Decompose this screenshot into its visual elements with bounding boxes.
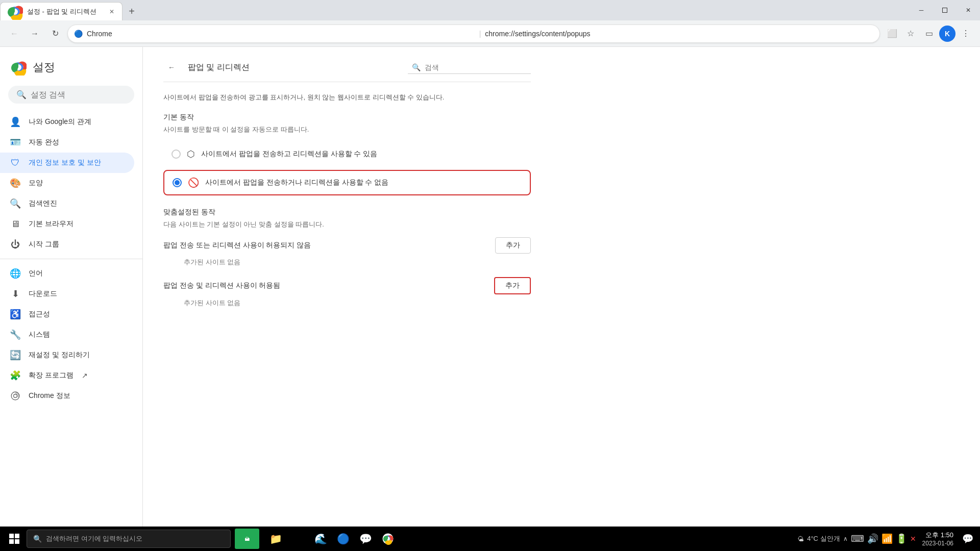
download-icon: ⬇ xyxy=(10,289,20,299)
taskbar-app-chrome[interactable] xyxy=(378,529,398,549)
sidebar-item-browser[interactable]: 🖥 기본 브라우저 xyxy=(0,214,134,234)
toolbar-actions: ⬜ ☆ ▭ K ⋮ xyxy=(884,26,974,42)
shield-icon: 🛡 xyxy=(10,158,20,168)
block-radio[interactable] xyxy=(173,178,182,187)
sidebar-item-download[interactable]: ⬇ 다운로드 xyxy=(0,284,134,304)
menu-button[interactable]: ⋮ xyxy=(958,26,974,42)
reload-button[interactable]: ↻ xyxy=(47,26,63,42)
sidebar-item-system[interactable]: 🔧 시스템 xyxy=(0,324,134,345)
start-button[interactable] xyxy=(4,529,24,549)
new-tab-button[interactable]: + xyxy=(122,2,141,20)
keyboard-icon: ⌨ xyxy=(851,533,864,544)
date-display: 2023-01-06 xyxy=(922,540,953,547)
notification-x-icon: ✕ xyxy=(910,535,916,543)
url-security-icon: 🔵 xyxy=(74,30,83,38)
sidebar-label-download: 다운로드 xyxy=(29,289,57,298)
taskbar-search[interactable]: 🔍 검색하려면 여기에 입력하십시오 xyxy=(27,530,231,548)
taskbar-app-edge-blue[interactable]: 🔵 xyxy=(333,529,353,549)
sidebar-item-startup[interactable]: ⏻ 시작 그룹 xyxy=(0,234,134,255)
block-label: 사이트에서 팝업을 전송하거나 리디렉션을 사용할 수 없음 xyxy=(205,178,388,187)
allow-radio[interactable] xyxy=(172,149,181,159)
forward-button[interactable]: → xyxy=(27,26,43,42)
popup-allow-option[interactable]: ⬡ 사이트에서 팝업을 전송하고 리디렉션을 사용할 수 있음 xyxy=(163,142,531,166)
sidebar-item-privacy[interactable]: 🛡 개인 정보 보호 및 보안 xyxy=(0,153,134,173)
allowed-add-button[interactable]: 추가 xyxy=(494,277,531,294)
tab-favicon xyxy=(7,4,23,20)
globe-icon: 🌐 xyxy=(10,268,20,279)
page-search-input[interactable] xyxy=(425,63,527,71)
sidebar-label-search: 검색엔진 xyxy=(29,199,57,208)
close-button[interactable]: ✕ xyxy=(957,0,980,20)
taskbar-search-text: 검색하려면 여기에 입력하십시오 xyxy=(46,534,142,543)
chrome-logo xyxy=(10,59,27,76)
settings-title: 설정 xyxy=(33,60,55,75)
popup-block-icon: 🚫 xyxy=(188,177,199,188)
speaker-icon: 🔊 xyxy=(867,533,878,544)
minimize-button[interactable]: ─ xyxy=(910,0,933,20)
taskbar-app-edge[interactable]: 🌊 xyxy=(310,529,331,549)
sidebar-item-extensions[interactable]: 🧩 확장 프로그램 ↗ xyxy=(0,365,134,386)
custom-section-title: 맞춤설정된 동작 xyxy=(163,208,531,217)
palette-icon: 🎨 xyxy=(10,178,20,188)
maximize-button[interactable] xyxy=(933,0,957,20)
active-tab[interactable]: 설정 - 팝업 및 리디렉션 ✕ xyxy=(0,2,122,20)
sidebar-item-about[interactable]: Chrome 정보 xyxy=(0,386,134,406)
sidebar-item-autofill[interactable]: 🪪 자동 완성 xyxy=(0,132,134,153)
tab-close-button[interactable]: ✕ xyxy=(108,8,116,16)
back-button[interactable]: ← xyxy=(163,59,180,76)
sidebar-header: 설정 xyxy=(0,55,142,86)
sidebar-item-accessibility[interactable]: ♿ 접근성 xyxy=(0,304,134,324)
not-allowed-header: 팝업 전송 또는 리디렉션 사용이 허용되지 않음 추가 xyxy=(163,237,531,254)
browser-frame: 설정 - 팝업 및 리디렉션 ✕ + ─ ✕ ← → ↻ 🔵 Chrome | … xyxy=(0,0,980,551)
url-protocol: Chrome xyxy=(87,30,475,38)
taskbar: 🔍 검색하려면 여기에 입력하십시오 🏔 📁 🛍 🌊 🔵 💬 xyxy=(0,527,980,551)
taskbar-app-store[interactable]: 🛍 xyxy=(288,529,308,549)
sidebar-item-language[interactable]: 🌐 언어 xyxy=(0,263,134,284)
not-allowed-add-button[interactable]: 추가 xyxy=(495,237,531,254)
profile-button[interactable]: K xyxy=(939,26,955,42)
settings-search-input[interactable] xyxy=(31,90,126,99)
not-allowed-empty: 추가된 사이트 없음 xyxy=(163,258,531,267)
bookmark-button[interactable]: ☆ xyxy=(902,26,919,42)
page-header: ← 팝업 및 리디렉션 🔍 xyxy=(163,59,531,82)
allowed-label: 팝업 전송 및 리디렉션 사용이 허용됨 xyxy=(163,281,280,290)
main-content: 설정 🔍 👤 나와 Google의 관계 🪪 자동 완성 🛡 개인 정보 xyxy=(0,47,980,527)
sidebar-item-reset[interactable]: 🔄 재설정 및 정리하기 xyxy=(0,345,134,365)
tab-title: 설정 - 팝업 및 리디렉션 xyxy=(27,7,104,16)
sidebar-label-reset: 재설정 및 정리하기 xyxy=(29,350,90,360)
settings-search[interactable]: 🔍 xyxy=(8,86,134,104)
systray-expand[interactable]: ∧ xyxy=(843,535,848,542)
allowed-section: 팝업 전송 및 리디렉션 사용이 허용됨 추가 추가된 사이트 없음 xyxy=(163,277,531,308)
sidebar-item-search[interactable]: 🔍 검색엔진 xyxy=(0,193,134,214)
cast-button[interactable]: ⬜ xyxy=(884,26,900,42)
allowed-header: 팝업 전송 및 리디렉션 사용이 허용됨 추가 xyxy=(163,277,531,294)
back-button[interactable]: ← xyxy=(6,26,22,42)
taskbar-app-explorer[interactable]: 📁 xyxy=(265,529,286,549)
url-bar[interactable]: 🔵 Chrome | chrome://settings/content/pop… xyxy=(67,24,880,43)
taskbar-app-kakao[interactable]: 💬 xyxy=(355,529,376,549)
allow-label: 사이트에서 팝업을 전송하고 리디렉션을 사용할 수 있음 xyxy=(201,149,377,159)
monitor-icon: 🖥 xyxy=(10,219,20,229)
custom-section-desc: 다음 사이트는 기본 설정이 아닌 맞춤 설정을 따릅니다. xyxy=(163,220,531,229)
sidebar-item-google[interactable]: 👤 나와 Google의 관계 xyxy=(0,112,134,132)
puzzle-icon: 🧩 xyxy=(10,370,20,381)
not-allowed-section: 팝업 전송 또는 리디렉션 사용이 허용되지 않음 추가 추가된 사이트 없음 xyxy=(163,237,531,267)
notification-button[interactable]: 💬 xyxy=(960,529,976,549)
wrench-icon: 🔧 xyxy=(10,330,20,340)
wifi-icon: 📶 xyxy=(881,533,893,544)
sidebar-label-language: 언어 xyxy=(29,269,43,278)
popup-allow-icon: ⬡ xyxy=(187,148,195,160)
systray-time[interactable]: 오후 1:50 2023-01-06 xyxy=(918,531,958,547)
popup-block-option[interactable]: 🚫 사이트에서 팝업을 전송하거나 리디렉션을 사용할 수 없음 xyxy=(163,170,531,195)
profile-tab-button[interactable]: ▭ xyxy=(921,26,937,42)
accessibility-icon: ♿ xyxy=(10,309,20,319)
sidebar-label-privacy: 개인 정보 보호 및 보안 xyxy=(29,158,101,167)
page-search[interactable]: 🔍 xyxy=(408,61,531,74)
sidebar-item-appearance[interactable]: 🎨 모양 xyxy=(0,173,134,193)
allowed-empty: 추가된 사이트 없음 xyxy=(163,298,531,308)
sidebar-label-system: 시스템 xyxy=(29,330,50,339)
address-bar: ← → ↻ 🔵 Chrome | chrome://settings/conte… xyxy=(0,20,980,47)
sidebar: 설정 🔍 👤 나와 Google의 관계 🪪 자동 완성 🛡 개인 정보 xyxy=(0,47,143,527)
svg-point-5 xyxy=(14,394,17,398)
badge-icon: 🪪 xyxy=(10,137,20,147)
